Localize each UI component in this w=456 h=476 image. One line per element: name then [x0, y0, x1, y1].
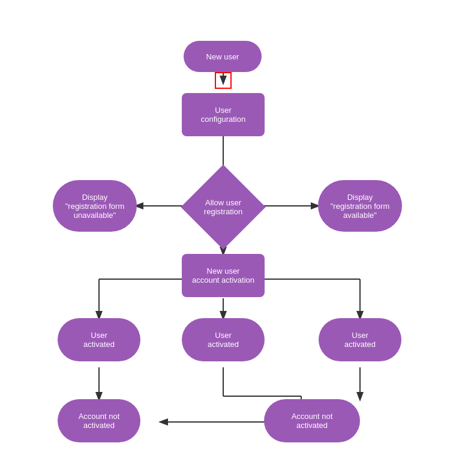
user-configuration-node: User configuration: [182, 93, 265, 136]
display-available-node: Display "registration form available": [318, 180, 402, 232]
account-not-activated-right-node: Account not activated: [264, 399, 360, 442]
user-activated-center-node: User activated: [182, 318, 265, 361]
allow-registration-diamond: Allow user registration: [192, 177, 254, 237]
flowchart-diagram: New user User configuration Allow user r…: [0, 0, 456, 476]
red-connector-box: [215, 72, 232, 89]
account-not-activated-left-node: Account not activated: [58, 399, 140, 442]
new-user-activation-node: New user account activation: [182, 254, 265, 297]
user-activated-left-node: User activated: [58, 318, 140, 361]
new-user-node: New user: [184, 41, 262, 72]
display-unavailable-node: Display "registration form unavailable": [53, 180, 137, 232]
user-activated-right-node: User activated: [319, 318, 401, 361]
